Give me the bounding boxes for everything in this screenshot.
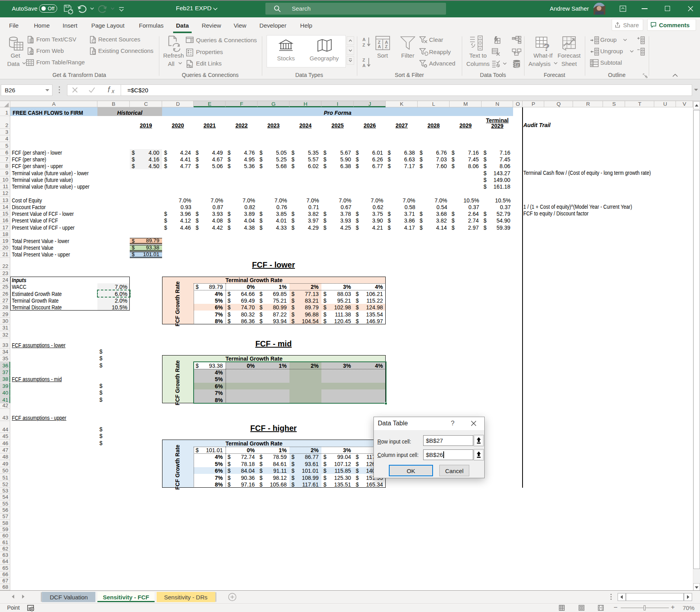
svg-text:A: A bbox=[378, 44, 381, 49]
svg-text:?: ? bbox=[543, 41, 550, 53]
svg-text:Z: Z bbox=[385, 44, 388, 49]
svg-text:A: A bbox=[362, 37, 366, 42]
svg-text:A: A bbox=[362, 63, 366, 68]
svg-text:J: J bbox=[517, 63, 519, 67]
svg-text:Z: Z bbox=[362, 43, 365, 47]
svg-text:Z: Z bbox=[362, 58, 365, 62]
